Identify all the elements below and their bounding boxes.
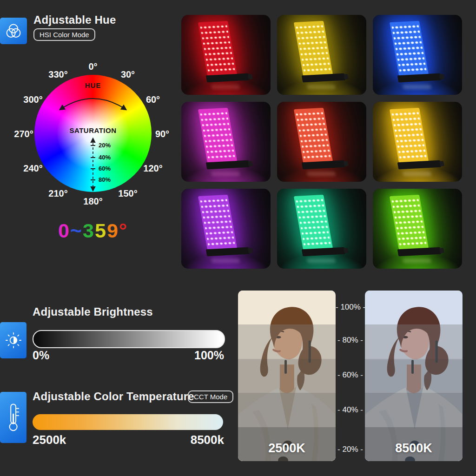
band-80 [365,324,463,358]
range-char: 3 [83,219,95,242]
degree-label: 180° [83,196,102,207]
panel-photo-purple [181,189,271,269]
scale-label: - 40% - [336,405,365,415]
range-char: 5 [95,219,107,242]
photo-label-8500k: 8500K [365,441,463,456]
led-panel [390,195,429,250]
degree-label: 120° [143,163,162,174]
degree-label: 90° [155,129,169,139]
cct-max-label: 8500k [191,433,224,447]
brightness-scale: - 100% - - 80% - - 60% - - 40% - - 20% - [336,291,365,461]
led-panel [390,108,429,163]
hue-range-label: 0~359° [34,219,152,242]
led-panel [294,21,333,76]
band-100 [365,291,463,324]
band-40 [238,393,336,427]
degree-label: 30° [121,69,135,80]
floor-reflection [402,172,431,176]
photo-label-2500k: 2500K [238,441,336,456]
led-panel [198,108,237,163]
floor-reflection [402,258,431,263]
range-char: ° [119,219,128,242]
comparison-photo-2500k: 2500K [238,291,336,461]
degree-label: 0° [88,61,97,72]
floor-reflection [402,85,431,89]
band-60 [365,359,463,393]
led-panel [198,21,237,76]
brightness-bands [238,291,336,461]
band-80 [238,324,336,358]
rgb-overlap-circles-icon [3,21,24,41]
panel-photo-amber [373,102,462,182]
floor-reflection [211,172,240,176]
floor-reflection [306,172,336,176]
brightness-min-label: 0% [33,349,49,362]
degree-label: 270° [14,129,33,139]
brightness-icon [0,322,26,358]
comparison-photo-8500k: 8500K [365,291,463,461]
hue-arc-arrow [60,99,126,109]
saturation-tick: 40% [99,154,111,161]
cct-section-title: Adjustable Color Temperature [33,390,194,403]
scale-label: - 80% - [336,336,365,345]
floor-reflection [306,85,336,89]
range-char: ~ [70,219,83,242]
saturation-axis-label: SATURATION [34,126,152,134]
hue-axis-label: HUE [34,81,152,89]
degree-label: 330° [48,69,67,80]
saturation-tick: 20% [99,142,111,149]
brightness-max-label: 100% [194,349,224,362]
panel-photo-red [181,15,271,95]
range-char: 9 [107,219,119,242]
panel-photo-salmon [277,102,366,182]
hsi-color-mode-icon [0,18,27,44]
led-panel [294,108,333,163]
hue-color-wheel: HUE SATURATION 20% 40% 60% 80% [34,75,152,192]
cct-mode-badge: CCT Mode [188,390,233,403]
panel-photo-green [373,189,462,269]
panel-photo-mint [277,189,366,269]
scale-label: - 100% - [336,303,365,312]
degree-label: 60° [146,94,160,105]
panel-photo-blue [373,15,462,95]
band-100 [238,291,336,324]
led-light-product-infographic: Adjustable Hue HSI Color Mode HUE SATURA… [0,0,476,476]
degree-label: 300° [23,94,42,105]
color-demo-grid [181,15,462,269]
hsi-mode-badge: HSI Color Mode [33,28,95,41]
color-temperature-icon [0,392,26,443]
scale-label: - 20% - [336,445,365,454]
degree-label: 150° [118,188,137,199]
saturation-tick: 80% [99,176,111,183]
brightness-section-title: Adjustable Brightness [33,305,153,318]
led-panel [198,195,237,250]
led-panel [294,195,333,250]
cct-gradient-bar [33,414,223,430]
saturation-tick: 60% [99,165,111,172]
degree-label: 210° [48,188,67,199]
cct-range-labels: 2500k 8500k [33,433,224,447]
panel-photo-magenta [181,102,271,182]
hue-section-title: Adjustable Hue [33,13,116,26]
thermometer-icon [3,397,24,437]
floor-reflection [211,85,240,89]
cct-min-label: 2500k [33,433,66,447]
floor-reflection [211,258,240,263]
led-panel [390,21,429,76]
brightness-range-labels: 0% 100% [33,349,224,362]
brightness-bands [365,291,463,461]
floor-reflection [306,258,336,263]
band-40 [365,393,463,427]
degree-label: 240° [23,163,42,174]
panel-photo-yellow [277,15,366,95]
sun-brightness-icon [3,326,24,354]
brightness-gradient-bar [33,330,225,348]
scale-label: - 60% - [336,370,365,380]
band-60 [238,359,336,393]
range-char: 0 [58,219,70,242]
